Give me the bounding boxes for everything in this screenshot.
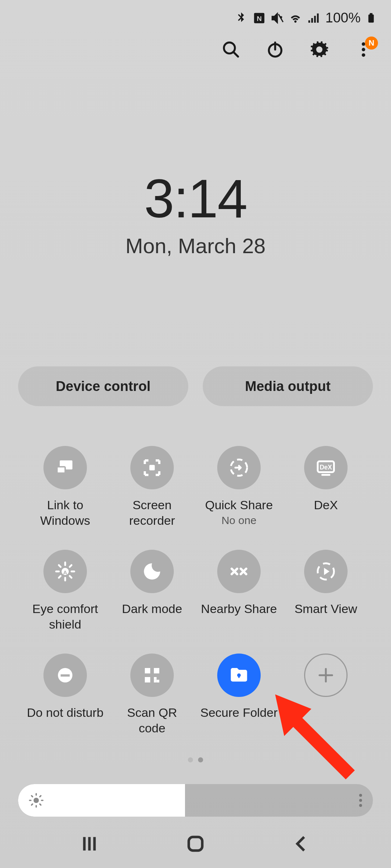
svg-point-11 — [362, 53, 365, 57]
signal-icon — [307, 11, 320, 25]
dex-icon: DeX — [315, 457, 337, 478]
svg-text:DeX: DeX — [320, 464, 332, 471]
tile-link-to-windows[interactable]: Link to Windows — [22, 446, 109, 528]
gear-icon — [310, 40, 329, 59]
screen-recorder-icon — [141, 457, 163, 478]
tile-label: Link to Windows — [25, 497, 105, 528]
secure-folder-icon — [228, 664, 250, 686]
brightness-slider[interactable] — [18, 784, 373, 817]
svg-line-51 — [31, 804, 33, 805]
link-to-windows-icon — [54, 457, 76, 478]
smart-view-icon — [315, 561, 337, 582]
settings-button[interactable] — [310, 40, 329, 59]
brightness-fill — [18, 784, 185, 817]
svg-rect-34 — [154, 668, 159, 673]
status-bar: N 100% — [0, 0, 391, 26]
search-icon — [222, 40, 240, 59]
device-control-pill[interactable]: Device control — [18, 366, 188, 406]
header-toolbar: N — [0, 26, 391, 59]
page-dot — [188, 757, 193, 762]
quick-share-icon — [228, 457, 250, 478]
svg-rect-35 — [145, 677, 150, 682]
recents-button[interactable] — [79, 834, 100, 855]
clock-time: 3:14 — [0, 167, 391, 230]
tile-label: Dark mode — [122, 601, 182, 617]
svg-marker-30 — [324, 568, 329, 575]
svg-point-44 — [34, 798, 39, 803]
back-button[interactable] — [291, 834, 312, 855]
svg-rect-33 — [145, 668, 150, 673]
navigation-bar — [0, 821, 391, 868]
quick-tiles-grid: Link to Windows Screen recorder Quick Sh… — [0, 446, 391, 736]
tile-sublabel: No one — [222, 514, 257, 527]
page-dot-active — [198, 757, 203, 762]
power-icon — [266, 40, 285, 59]
svg-line-6 — [234, 52, 238, 57]
tile-label: Secure Folder — [200, 705, 278, 720]
more-button[interactable]: N — [354, 40, 373, 59]
control-pills: Device control Media output — [0, 366, 391, 406]
tile-secure-folder[interactable]: Secure Folder — [196, 654, 282, 736]
nfc-icon: N — [252, 11, 266, 25]
qr-code-icon — [141, 664, 163, 686]
tile-quick-share[interactable]: Quick Share No one — [196, 446, 282, 528]
svg-text:N: N — [257, 14, 262, 22]
notification-badge: N — [365, 37, 378, 50]
tile-screen-recorder[interactable]: Screen recorder — [109, 446, 196, 528]
tile-eye-comfort-shield[interactable]: A Eye comfort shield — [22, 550, 109, 632]
tile-label: Eye comfort shield — [25, 601, 105, 632]
plus-icon — [315, 664, 337, 686]
svg-point-10 — [362, 48, 365, 51]
clock-date: Mon, March 28 — [0, 234, 391, 258]
svg-text:A: A — [63, 569, 67, 575]
status-icons: N — [234, 11, 320, 25]
brightness-more-button[interactable] — [359, 794, 362, 807]
svg-line-50 — [40, 804, 41, 805]
tile-label: Scan QR code — [112, 705, 192, 736]
tile-dex[interactable]: DeX DeX — [282, 446, 369, 528]
clock: 3:14 Mon, March 28 — [0, 167, 391, 258]
svg-line-25 — [70, 576, 72, 578]
svg-line-49 — [31, 796, 33, 797]
svg-rect-37 — [157, 680, 160, 683]
svg-rect-38 — [154, 680, 157, 683]
tile-label: Smart View — [294, 601, 357, 617]
home-icon — [185, 834, 206, 854]
brightness-icon — [28, 792, 44, 808]
svg-rect-14 — [150, 465, 155, 471]
svg-line-2 — [278, 14, 283, 22]
nearby-share-icon — [228, 561, 250, 582]
wifi-icon — [289, 11, 302, 25]
battery-icon — [366, 10, 377, 26]
home-button[interactable] — [185, 834, 206, 855]
svg-rect-32 — [61, 675, 70, 677]
media-output-pill[interactable]: Media output — [203, 366, 373, 406]
tile-label: Quick Share — [205, 497, 273, 513]
svg-line-24 — [59, 565, 61, 567]
recents-icon — [79, 834, 100, 854]
power-button[interactable] — [266, 40, 285, 59]
svg-rect-4 — [370, 13, 373, 14]
svg-rect-36 — [154, 677, 157, 680]
battery-percent: 100% — [325, 10, 361, 26]
eye-comfort-icon: A — [54, 561, 76, 582]
search-button[interactable] — [222, 40, 240, 59]
mute-icon — [270, 11, 284, 25]
back-icon — [291, 834, 312, 854]
svg-line-26 — [59, 576, 61, 578]
tile-dark-mode[interactable]: Dark mode — [109, 550, 196, 632]
tile-add[interactable] — [282, 654, 369, 736]
tile-label: DeX — [314, 497, 338, 513]
tile-scan-qr-code[interactable]: Scan QR code — [109, 654, 196, 736]
svg-rect-40 — [238, 675, 240, 678]
bluetooth-icon — [234, 11, 248, 25]
svg-rect-13 — [57, 467, 66, 473]
svg-line-27 — [70, 565, 72, 567]
tile-label: Do not disturb — [27, 705, 104, 720]
tile-label: Nearby Share — [201, 601, 277, 617]
page-indicator — [0, 757, 391, 762]
tile-do-not-disturb[interactable]: Do not disturb — [22, 654, 109, 736]
tile-nearby-share[interactable]: Nearby Share — [196, 550, 282, 632]
tile-smart-view[interactable]: Smart View — [282, 550, 369, 632]
dnd-icon — [54, 664, 76, 686]
